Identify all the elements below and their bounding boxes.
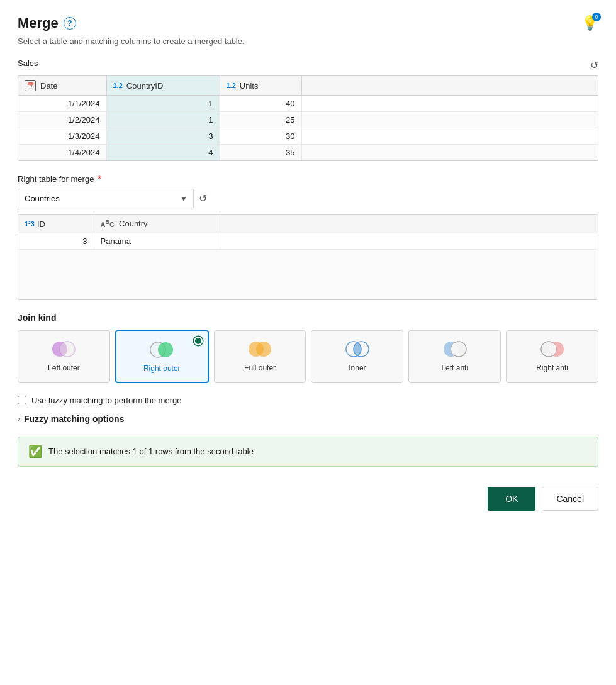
table-row-empty — [18, 249, 598, 299]
sales-col-empty — [301, 76, 598, 96]
sales-row1-empty — [301, 96, 598, 112]
fuzzy-matching-label[interactable]: Use fuzzy matching to perform the merge — [31, 396, 181, 405]
join-card-left-outer[interactable]: Left outer — [18, 330, 110, 383]
right-table-dropdown[interactable]: Countries — [18, 189, 194, 208]
empty-space — [18, 249, 598, 299]
table-row: 1/1/2024 1 40 — [18, 96, 598, 112]
join-card-right-anti-label: Right anti — [536, 364, 568, 374]
status-check-icon: ✅ — [28, 445, 42, 459]
full-outer-icon — [246, 340, 274, 359]
footer-buttons: OK Cancel — [18, 482, 598, 511]
dropdown-row: Countries ▼ ↺ — [18, 189, 598, 208]
fuzzy-matching-checkbox[interactable] — [18, 396, 26, 404]
right-col-id[interactable]: 1²3 ID — [18, 215, 94, 233]
table-row: 1/4/2024 4 35 — [18, 145, 598, 161]
help-icon[interactable]: ? — [64, 17, 76, 30]
sales-row4-units: 35 — [220, 145, 301, 161]
status-message: ✅ The selection matches 1 of 1 rows from… — [18, 437, 598, 467]
sales-row2-countryid: 1 — [106, 112, 220, 128]
units-type: 1.2 — [227, 82, 236, 89]
join-card-right-outer[interactable]: Right outer — [115, 330, 209, 383]
sales-col-date-label: Date — [40, 81, 57, 91]
sales-row1-units: 40 — [220, 96, 301, 112]
date-icon: 📅 — [25, 80, 36, 91]
inner-icon — [344, 340, 371, 359]
join-options: Left outer Right outer Full outer Inner — [18, 330, 598, 383]
right-table-refresh-icon[interactable]: ↺ — [199, 192, 207, 204]
join-card-right-anti[interactable]: Right anti — [506, 330, 598, 383]
selected-dot — [194, 337, 203, 345]
right-table-dropdown-wrapper: Countries ▼ — [18, 189, 194, 208]
join-card-inner-label: Inner — [349, 364, 366, 374]
lightbulb-badge: 0 — [592, 13, 601, 21]
sales-row3-empty — [301, 128, 598, 145]
sales-refresh-icon[interactable]: ↺ — [590, 59, 598, 71]
right-table-label: Right table for merge — [18, 174, 94, 184]
left-outer-icon — [50, 340, 77, 359]
join-kind-label: Join kind — [18, 313, 598, 323]
sales-row3-date: 1/3/2024 — [18, 128, 106, 145]
svg-point-7 — [256, 342, 271, 357]
join-card-full-outer[interactable]: Full outer — [214, 330, 306, 383]
right-table-container: 1²3 ID ABC Country 3 Panama — [18, 214, 598, 300]
right-row1-empty — [220, 233, 598, 249]
right-col-empty — [220, 215, 598, 233]
table-row: 1/3/2024 3 30 — [18, 128, 598, 145]
sales-row1-countryid: 1 — [106, 96, 220, 112]
right-anti-icon — [539, 340, 566, 359]
join-card-right-outer-label: Right outer — [143, 364, 181, 374]
sales-section-header: Sales ↺ — [18, 58, 598, 72]
join-card-left-outer-label: Left outer — [48, 364, 80, 374]
sales-col-countryid-label: CountryID — [126, 81, 164, 91]
fuzzy-matching-row: Use fuzzy matching to perform the merge — [18, 396, 598, 405]
sales-row2-date: 1/2/2024 — [18, 112, 106, 128]
cancel-button[interactable]: Cancel — [542, 487, 598, 511]
sales-table: 📅 Date 1.2 CountryID 1.2 Units — [18, 76, 598, 160]
right-outer-icon — [148, 340, 176, 359]
right-row1-id: 3 — [18, 233, 94, 249]
join-card-left-anti[interactable]: Left anti — [408, 330, 501, 383]
right-col-country-label: Country — [119, 219, 148, 228]
svg-point-2 — [60, 342, 75, 357]
sales-row3-units: 30 — [220, 128, 301, 145]
svg-point-5 — [158, 342, 173, 357]
required-star: * — [98, 174, 101, 184]
header-row: Merge ? 💡 0 — [18, 15, 598, 31]
join-card-inner[interactable]: Inner — [311, 330, 403, 383]
sales-col-date[interactable]: 📅 Date — [18, 76, 106, 96]
right-col-country[interactable]: ABC Country — [94, 215, 220, 233]
country-type-label: ABC — [101, 219, 115, 228]
countryid-type: 1.2 — [113, 82, 123, 89]
right-col-id-label: ID — [37, 220, 45, 229]
fuzzy-options-row[interactable]: › Fuzzy matching options — [18, 414, 598, 424]
sales-row4-empty — [301, 145, 598, 161]
sales-row4-countryid: 4 — [106, 145, 220, 161]
sales-col-units-label: Units — [240, 81, 259, 91]
page-title: Merge — [18, 15, 59, 31]
lightbulb-area[interactable]: 💡 0 — [581, 15, 598, 31]
sales-label: Sales — [18, 58, 38, 68]
sales-col-countryid[interactable]: 1.2 CountryID — [106, 76, 220, 96]
fuzzy-options-chevron-icon: › — [18, 415, 20, 423]
table-row: 3 Panama — [18, 233, 598, 249]
sales-row1-date: 1/1/2024 — [18, 96, 106, 112]
sales-row2-units: 25 — [220, 112, 301, 128]
status-text: The selection matches 1 of 1 rows from t… — [48, 447, 254, 456]
fuzzy-options-label: Fuzzy matching options — [24, 414, 124, 424]
title-area: Merge ? — [18, 15, 76, 31]
left-anti-icon — [441, 340, 469, 359]
sales-row4-date: 1/4/2024 — [18, 145, 106, 161]
id-type-label: 1²3 — [25, 220, 35, 228]
sales-col-units[interactable]: 1.2 Units — [220, 76, 301, 96]
right-table-label-row: Right table for merge * — [18, 174, 598, 184]
table-row: 1/2/2024 1 25 — [18, 112, 598, 128]
right-table: 1²3 ID ABC Country 3 Panama — [18, 215, 598, 299]
sales-table-container: 📅 Date 1.2 CountryID 1.2 Units — [18, 75, 598, 161]
join-card-left-anti-label: Left anti — [441, 364, 468, 374]
sales-row3-countryid: 3 — [106, 128, 220, 145]
subtitle: Select a table and matching columns to c… — [18, 36, 598, 46]
join-card-full-outer-label: Full outer — [244, 364, 276, 374]
sales-row2-empty — [301, 112, 598, 128]
ok-button[interactable]: OK — [488, 487, 535, 511]
right-row1-country: Panama — [94, 233, 220, 249]
